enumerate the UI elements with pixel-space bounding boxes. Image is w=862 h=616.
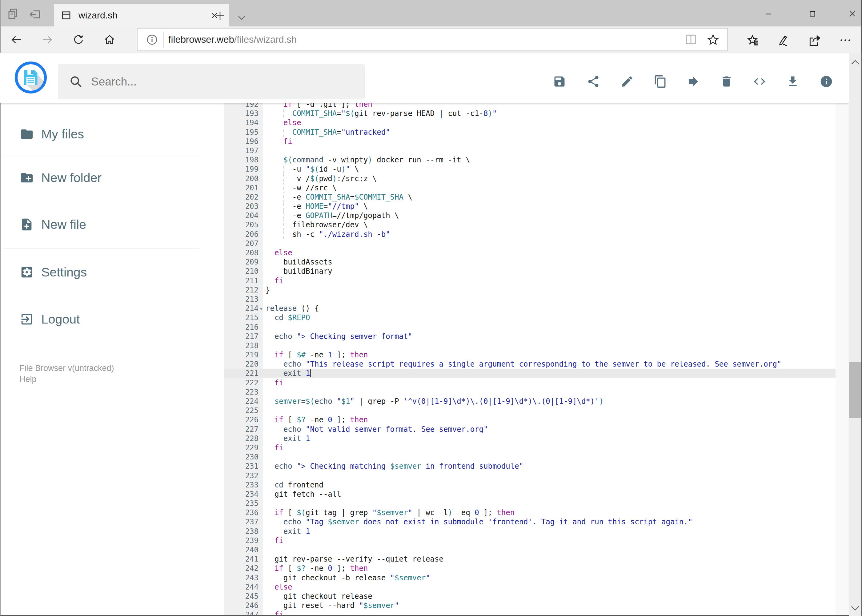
code-line[interactable]: 224semver=$(echo "$1" | grep -P '^v(0|[1… xyxy=(224,397,835,406)
save-icon[interactable] xyxy=(553,75,566,88)
code-line[interactable]: 195COMMIT_SHA="untracked" xyxy=(224,127,835,137)
code-line[interactable]: 227echo "Not valid semver format. See se… xyxy=(224,425,835,434)
code-line[interactable]: 219if [ $# -ne 1 ]; then xyxy=(224,350,835,360)
new-tab-icon[interactable] xyxy=(214,9,226,22)
home-icon[interactable] xyxy=(103,33,116,46)
hub-favorites-icon[interactable] xyxy=(746,33,760,47)
code-line[interactable]: 218 xyxy=(224,341,835,350)
code-line[interactable]: 234git fetch --all xyxy=(224,490,835,499)
code-line[interactable]: 196fi xyxy=(224,137,835,146)
view-source-icon[interactable] xyxy=(753,75,766,88)
help-link[interactable]: Help xyxy=(19,374,114,385)
code-line[interactable]: 225 xyxy=(224,406,835,415)
code-line[interactable]: 207 xyxy=(224,239,835,248)
sidebar-item-settings[interactable]: Settings xyxy=(0,258,203,286)
scroll-down-icon[interactable] xyxy=(850,604,860,612)
active-tab[interactable]: wizard.sh xyxy=(54,4,229,27)
info-icon[interactable] xyxy=(819,75,833,88)
code-line[interactable]: 209buildAssets xyxy=(224,258,835,267)
code-line[interactable]: 201-w //src \ xyxy=(224,183,835,193)
search-box[interactable]: Search... xyxy=(58,64,365,99)
window-close-button[interactable] xyxy=(843,8,862,19)
code-line[interactable]: 208else xyxy=(224,248,835,258)
code-line[interactable]: 242if [ $? -ne 0 ]; then xyxy=(224,564,835,573)
code-line[interactable]: 210buildBinary xyxy=(224,267,835,276)
refresh-icon[interactable] xyxy=(72,33,85,46)
code-line[interactable]: 204-e GOPATH=//tmp/gopath \ xyxy=(224,211,835,220)
code-line[interactable]: 214▾release () { xyxy=(224,304,835,313)
share-icon[interactable] xyxy=(808,33,821,47)
code-line[interactable]: 231echo "> Checking matching $semver in … xyxy=(224,462,835,471)
code-line[interactable]: 236if [ $(git tag | grep "$semver" | wc … xyxy=(224,508,835,517)
code-line[interactable]: 235 xyxy=(224,499,835,508)
code-editor[interactable]: 192if [ -d .git ]; then193COMMIT_SHA="$(… xyxy=(224,103,835,616)
code-line[interactable]: 226if [ $? -ne 0 ]; then xyxy=(224,415,835,424)
tab-preview-chevron-icon[interactable] xyxy=(235,11,248,24)
scrollbar-thumb[interactable] xyxy=(849,362,861,418)
code-line[interactable]: 203-e HOME="//tmp" \ xyxy=(224,202,835,211)
sidebar-item-my-files[interactable]: My files xyxy=(0,120,203,148)
share-file-icon[interactable] xyxy=(586,75,600,88)
code-line[interactable]: 237echo "Tag $semver does not exist in s… xyxy=(224,517,835,526)
code-line[interactable]: 197 xyxy=(224,146,835,155)
tabs-set-aside-icon[interactable] xyxy=(7,7,20,20)
reading-view-icon[interactable] xyxy=(684,33,698,46)
sidebar-item-logout[interactable]: Logout xyxy=(0,305,203,333)
copy-icon[interactable] xyxy=(654,75,667,88)
code-line[interactable]: 217echo "> Checking semver format" xyxy=(224,332,835,341)
move-icon[interactable] xyxy=(687,75,700,88)
code-line[interactable]: 241git rev-parse --verify --quiet releas… xyxy=(224,555,835,564)
sidebar-item-new-folder[interactable]: New folder xyxy=(0,163,203,192)
code-line[interactable]: 211fi xyxy=(224,276,835,285)
set-tabs-aside-icon[interactable] xyxy=(28,7,41,20)
annotate-pen-icon[interactable] xyxy=(776,33,790,47)
rename-icon[interactable] xyxy=(621,75,634,88)
page-scrollbar[interactable] xyxy=(849,53,861,616)
fold-arrow-icon[interactable]: ▾ xyxy=(259,304,263,313)
code-line[interactable]: 213 xyxy=(224,295,835,304)
code-line[interactable]: 233cd frontend xyxy=(224,480,835,490)
code-line[interactable]: 198$(command -v winpty) docker run --rm … xyxy=(224,155,835,165)
code-line[interactable]: 223 xyxy=(224,388,835,397)
sidebar-item-new-file[interactable]: New file xyxy=(0,211,203,239)
code-line[interactable]: 221exit 1 xyxy=(224,369,835,378)
code-line[interactable]: 193COMMIT_SHA="$(git rev-parse HEAD | cu… xyxy=(224,109,835,118)
add-favorite-star-icon[interactable] xyxy=(706,33,720,46)
download-icon[interactable] xyxy=(786,75,799,88)
code-line[interactable]: 212} xyxy=(224,285,835,295)
code-line[interactable]: 245git checkout release xyxy=(224,592,835,601)
code-line[interactable]: 240 xyxy=(224,545,835,555)
window-maximize-button[interactable] xyxy=(803,8,822,19)
code-line[interactable]: 192if [ -d .git ]; then xyxy=(224,103,835,109)
code-line[interactable]: 222fi xyxy=(224,378,835,388)
address-bar[interactable]: filebrowser.web/files/wizard.sh xyxy=(137,28,728,51)
code-line[interactable]: 216 xyxy=(224,323,835,332)
code-line[interactable]: 246git reset --hard "$semver" xyxy=(224,601,835,610)
code-line[interactable]: 230 xyxy=(224,453,835,462)
filebrowser-logo[interactable] xyxy=(15,61,47,93)
scroll-up-icon[interactable] xyxy=(850,58,860,66)
code-line[interactable]: 194else xyxy=(224,118,835,127)
delete-icon[interactable] xyxy=(720,75,733,88)
code-line[interactable]: 200-v /$(pwd):/src:z \ xyxy=(224,174,835,183)
code-line[interactable]: 206sh -c "./wizard.sh -b" xyxy=(224,230,835,239)
code-line[interactable]: 239fi xyxy=(224,536,835,545)
code-line[interactable]: 205filebrowser/dev \ xyxy=(224,220,835,229)
code-line[interactable]: 232 xyxy=(224,471,835,480)
code-line[interactable]: 243git checkout -b release "$semver" xyxy=(224,573,835,583)
code-line[interactable]: 244else xyxy=(224,583,835,592)
code-line[interactable]: 220echo "This release script requires a … xyxy=(224,360,835,369)
more-options-icon[interactable] xyxy=(838,33,852,47)
site-info-icon[interactable] xyxy=(145,33,159,46)
code-line[interactable]: 215cd $REPO xyxy=(224,313,835,322)
code-line[interactable]: 229fi xyxy=(224,443,835,453)
code-line[interactable]: 228exit 1 xyxy=(224,434,835,443)
code-line[interactable]: 199-u "$(id -u)" \ xyxy=(224,165,835,174)
code-line[interactable]: 238exit 1 xyxy=(224,527,835,536)
code-line[interactable]: 247fi xyxy=(224,610,835,616)
url-text[interactable]: filebrowser.web/files/wizard.sh xyxy=(168,34,297,45)
code-line[interactable]: 202-e COMMIT_SHA=$COMMIT_SHA \ xyxy=(224,193,835,202)
window-minimize-button[interactable] xyxy=(759,8,778,19)
back-icon[interactable] xyxy=(10,33,22,46)
forward-icon[interactable] xyxy=(41,33,54,46)
